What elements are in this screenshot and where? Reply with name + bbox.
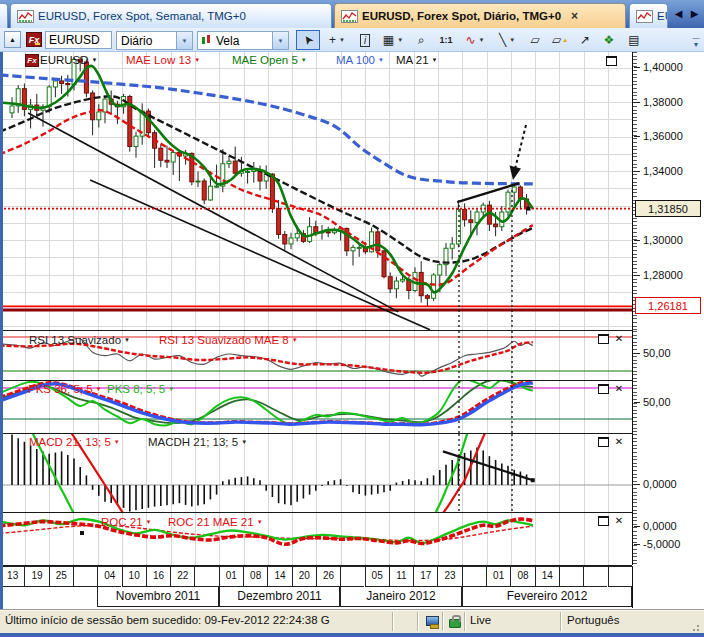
toolbar-overflow-icon[interactable]: —▼ bbox=[690, 34, 702, 48]
panel-minimize-button[interactable] bbox=[606, 56, 617, 66]
chevron-down-icon[interactable]: ▼ bbox=[176, 32, 192, 49]
tab-close-icon[interactable]: × bbox=[571, 9, 578, 23]
legend-roc-21-mae-21[interactable]: ROC 21 MAE 21▼ bbox=[168, 516, 263, 528]
axis-day-label: 17 bbox=[413, 566, 437, 587]
status-bar: Último início de sessão bem sucedido: 09… bbox=[0, 609, 704, 633]
objects-tool[interactable]: ❖ bbox=[598, 30, 620, 50]
price-axis[interactable]: 1,400001,380001,360001,340001,300001,280… bbox=[632, 52, 704, 565]
axis-day-label: 01 bbox=[219, 566, 243, 587]
chart-type-select[interactable]: Vela ▼ bbox=[197, 31, 289, 50]
legend-ma-21[interactable]: MA 21▼ bbox=[396, 54, 438, 66]
tab-scroll-left-icon[interactable]: ◀ bbox=[672, 7, 685, 21]
axis-day-label: 25 bbox=[49, 566, 73, 587]
paste-chart-tool[interactable]: ▤ bbox=[622, 30, 646, 50]
candle-icon bbox=[201, 35, 212, 47]
eraser-tool[interactable]: ▱ bbox=[524, 30, 546, 50]
tab-eurusd-diario[interactable]: EURUSD, Forex Spot, Diário, TMG+0 × bbox=[334, 3, 626, 28]
axis-day-label: 22 bbox=[170, 566, 194, 587]
axis-day-label: 08 bbox=[243, 566, 267, 587]
chart-tab-icon bbox=[17, 10, 34, 23]
legend-pks-8-5-5[interactable]: PKS 8; 5; 5▼ bbox=[107, 383, 174, 395]
legend-roc-21[interactable]: ROC 21▼ bbox=[101, 516, 152, 528]
zoom-range-tool[interactable]: ↗ bbox=[574, 30, 596, 50]
trendline-tool[interactable]: ╲▼ bbox=[492, 30, 522, 50]
secure-lock-icon bbox=[449, 619, 461, 628]
current-price-box: 1,31850 bbox=[635, 200, 701, 217]
axis-day-label: 08 bbox=[510, 566, 534, 587]
tab-label: EURUSD, Forex Spot, Semanal, TMG+0 bbox=[38, 10, 246, 22]
axis-day-label: 23 bbox=[437, 566, 461, 587]
legend-ma-100[interactable]: MA 100▼ bbox=[336, 54, 384, 66]
period-select[interactable]: Diário ▼ bbox=[116, 31, 193, 50]
delete-all-tool[interactable]: ▱▲ bbox=[548, 30, 572, 50]
legend-rsi-13-suavizado[interactable]: RSI 13 Suavizado▼ bbox=[29, 334, 130, 346]
legend-eurusd[interactable]: EURUSD▼ bbox=[40, 54, 98, 66]
tab-partial-left[interactable] bbox=[0, 3, 8, 28]
legend-macd-21-13-5[interactable]: MACD 21; 13; 5▼ bbox=[29, 436, 120, 448]
panel-close-button[interactable]: ✕ bbox=[613, 515, 625, 526]
indicator-tool[interactable]: ∿▼ bbox=[460, 30, 490, 50]
objects-tool-icon: ❖ bbox=[604, 33, 615, 47]
panel-minimize-button[interactable] bbox=[598, 384, 609, 394]
axis-day-label: 10 bbox=[122, 566, 146, 587]
price-chart-panel[interactable] bbox=[0, 52, 632, 331]
pointer-tool-icon: ➤ bbox=[299, 32, 316, 48]
crosshair-tool-icon: + bbox=[329, 33, 336, 47]
axis-price-label: 1,30000 bbox=[643, 234, 683, 246]
chart-tab-icon bbox=[341, 10, 358, 23]
legend-pks-36-5-5[interactable]: PKS 36; 5; 5▼ bbox=[28, 383, 102, 395]
delete-all-tool-icon: ▱ bbox=[552, 33, 561, 47]
panel-close-button[interactable]: ✕ bbox=[613, 333, 625, 344]
panel-minimize-button[interactable] bbox=[598, 437, 609, 447]
axis-price-label: 50,00 bbox=[643, 347, 671, 359]
symbol-input[interactable] bbox=[45, 31, 112, 49]
panel-close-button[interactable]: ✕ bbox=[613, 436, 625, 447]
axis-month-label: Fevereiro 2012 bbox=[462, 587, 632, 607]
language-label: Português bbox=[567, 614, 619, 626]
axis-day-label: 04 bbox=[97, 566, 121, 587]
date-axis[interactable]: 13192504101622010814202605111723010814No… bbox=[0, 566, 633, 608]
tab-label: EURI bbox=[657, 10, 668, 22]
pointer-tool[interactable]: ➤ bbox=[296, 30, 320, 50]
axis-price-label: 50,00 bbox=[643, 396, 671, 408]
axis-day-label: 26 bbox=[316, 566, 340, 587]
grid-tool-icon: ▦ bbox=[383, 33, 394, 47]
panel-close-button[interactable]: ✕ bbox=[613, 383, 625, 394]
panel-minimize-button[interactable] bbox=[598, 334, 609, 344]
panel-minimize-button[interactable] bbox=[598, 516, 609, 526]
fx-logo-icon: Fx bbox=[25, 54, 39, 67]
tab-eurusd-semanal[interactable]: EURUSD, Forex Spot, Semanal, TMG+0 bbox=[10, 3, 332, 28]
crosshair-tool[interactable]: +▼ bbox=[322, 30, 352, 50]
axis-day-label: 11 bbox=[389, 566, 413, 587]
trading-platform-window: EURUSD, Forex Spot, Semanal, TMG+0 EURUS… bbox=[0, 0, 704, 637]
info-tool[interactable]: i bbox=[354, 30, 376, 50]
roc-indicator-panel[interactable] bbox=[0, 513, 632, 565]
zoom-one-to-one-tool[interactable]: 1:1 bbox=[434, 30, 458, 50]
axis-price-label: -5,0000 bbox=[643, 538, 680, 550]
tab-scroll-right-icon[interactable]: ▶ bbox=[688, 7, 701, 21]
paste-chart-tool-icon: ▤ bbox=[628, 33, 639, 47]
axis-day-label: 01 bbox=[486, 566, 510, 587]
axis-price-label: 1,28000 bbox=[643, 269, 683, 281]
legend-rsi-13-suavizado-mae-8[interactable]: RSI 13 Suavizado MAE 8▼ bbox=[159, 334, 298, 346]
zoom-in-tool[interactable]: ⌕ bbox=[410, 30, 432, 50]
zoom-in-tool-icon: ⌕ bbox=[418, 33, 425, 47]
grid-tool[interactable]: ▦▼ bbox=[378, 30, 408, 50]
tab-partial-right[interactable]: EURI bbox=[629, 3, 668, 28]
legend-macdh-21-13-5[interactable]: MACDH 21; 13; 5▼ bbox=[148, 436, 247, 448]
axis-day-label bbox=[194, 566, 218, 587]
legend-mae-low-13[interactable]: MAE Low 13▼ bbox=[126, 54, 200, 66]
chevron-down-icon[interactable]: ▼ bbox=[272, 32, 288, 49]
resize-grip[interactable] bbox=[692, 622, 701, 631]
axis-day-label bbox=[462, 566, 486, 587]
window-left-border bbox=[0, 52, 3, 633]
trendline-tool-icon: ╲ bbox=[499, 33, 506, 47]
chart-type-value: Vela bbox=[212, 34, 272, 48]
chart-tab-bar: EURUSD, Forex Spot, Semanal, TMG+0 EURUS… bbox=[0, 0, 704, 28]
axis-day-label bbox=[583, 566, 607, 587]
axis-month-label: Janeiro 2012 bbox=[340, 587, 462, 607]
collapse-panel-button[interactable]: ▲ bbox=[4, 31, 21, 48]
axis-day-label: 20 bbox=[292, 566, 316, 587]
axis-price-label: 1,36000 bbox=[643, 130, 683, 142]
legend-mae-open-5[interactable]: MAE Open 5▼ bbox=[232, 54, 307, 66]
